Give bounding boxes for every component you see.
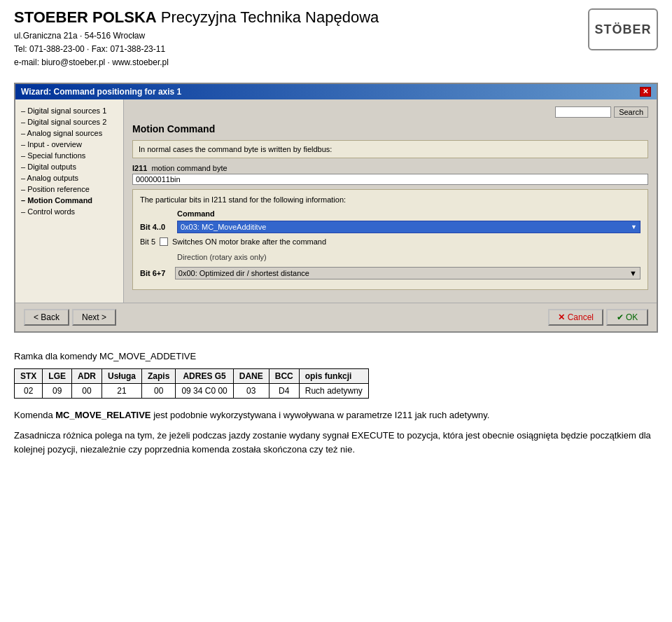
sidebar-item-digital1[interactable]: Digital signal sources 1 (15, 105, 123, 116)
col-usluga: Usługa (102, 368, 142, 383)
bit5-label: Bit 5 (140, 237, 155, 246)
sidebar-item-position[interactable]: Position reference (15, 184, 123, 195)
cancel-icon: ✕ (558, 312, 565, 322)
cell-adresg5: 09 34 C0 00 (176, 383, 233, 398)
col-lge: LGE (43, 368, 72, 383)
mc-move-relative-bold: MC_MOVE_RELATIVE (55, 410, 150, 420)
wizard-window: Wizard: Command positioning for axis 1 ✕… (14, 83, 658, 333)
bits-info-text: The particular bits in I211 stand for th… (140, 195, 640, 204)
sidebar-item-analog-out[interactable]: Analog outputs (15, 172, 123, 184)
wizard-footer: < Back Next > ✕ Cancel ✔ OK (15, 303, 657, 331)
paragraph2: Zasadnicza różnica polega na tym, że jeż… (14, 429, 658, 456)
bit40-row: Bit 4..0 0x03: MC_MoveAddititve ▼ (140, 221, 640, 233)
info-box: In normal cases the command byte is writ… (132, 140, 648, 158)
wizard-title: Wizard: Command positioning for axis 1 (21, 87, 181, 97)
bits-header-row: Command (140, 209, 640, 218)
direction-label: Direction (rotary axis only) (177, 253, 267, 261)
next-button[interactable]: Next > (72, 309, 116, 326)
frame-label: Ramka dla komendy MC_MOVE_ADDETIVE (14, 351, 658, 361)
ok-label: OK (626, 312, 638, 322)
col-zapis: Zapis (142, 368, 176, 383)
search-button[interactable]: Search (614, 106, 648, 118)
footer-left-buttons: < Back Next > (24, 309, 116, 326)
ok-button[interactable]: ✔ OK (606, 309, 648, 326)
ok-icon: ✔ (617, 312, 624, 322)
cell-opis: Ruch adetywny (299, 383, 368, 398)
wizard-main-panel: Search Motion Command In normal cases th… (124, 99, 657, 303)
cancel-button[interactable]: ✕ Cancel (548, 309, 603, 326)
sidebar-item-control[interactable]: Control words (15, 206, 123, 217)
sidebar-item-analog-src[interactable]: Analog signal sources (15, 127, 123, 139)
bit5-row: Bit 5 Switches ON motor brake after the … (140, 237, 640, 246)
sidebar-item-digital-out[interactable]: Digital outputs (15, 161, 123, 172)
col-bcc: BCC (269, 368, 299, 383)
email: e-mail: biuro@stoeber.pl · www.stoeber.p… (14, 56, 379, 69)
data-table: STX LGE ADR Usługa Zapis ADRES G5 DANE B… (14, 368, 369, 399)
info-text: In normal cases the command byte is writ… (139, 145, 642, 153)
cell-stx: 02 (15, 383, 43, 398)
param-value-box[interactable]: 00000011bin (132, 174, 648, 185)
wizard-sidebar: Digital signal sources 1 Digital signal … (15, 99, 124, 303)
bit5-text: Switches ON motor brake after the comman… (172, 237, 326, 246)
close-button[interactable]: ✕ (640, 87, 651, 97)
param-code: I211 (132, 164, 147, 172)
sidebar-item-input[interactable]: Input - overview (15, 139, 123, 150)
bit40-label: Bit 4..0 (140, 223, 172, 231)
paragraph1-prefix: Komenda (14, 410, 55, 420)
back-button[interactable]: < Back (24, 309, 69, 326)
cancel-label: Cancel (568, 312, 594, 322)
chevron-down-icon: ▼ (631, 223, 637, 230)
cell-adr: 00 (72, 383, 102, 398)
sidebar-item-digital2[interactable]: Digital signal sources 2 (15, 116, 123, 127)
logo: STÖBER (588, 8, 658, 50)
bit40-value: 0x03: MC_MoveAddititve (181, 223, 266, 231)
title-normal: Precyzyjna Technika Napędowa (157, 8, 379, 26)
col-opis: opis funkcji (299, 368, 368, 383)
wizard-body: Digital signal sources 1 Digital signal … (15, 99, 657, 303)
contact-info: ul.Graniczna 21a · 54-516 Wrocław Tel: 0… (14, 29, 379, 70)
phone: Tel: 071-388-23-00 · Fax: 071-388-23-11 (14, 43, 379, 56)
paragraph1: Komenda MC_MOVE_RELATIVE jest podobnie w… (14, 408, 658, 422)
cell-lge: 09 (43, 383, 72, 398)
col-stx: STX (15, 368, 43, 383)
search-row: Search (132, 106, 648, 118)
col-adr: ADR (72, 368, 102, 383)
param-row: I211 motion command byte (132, 164, 648, 172)
bit5-checkbox[interactable] (160, 237, 168, 246)
bit67-label: Bit 6+7 (140, 269, 169, 277)
bits-info-box: The particular bits in I211 stand for th… (132, 189, 648, 290)
content-area: Ramka dla komendy MC_MOVE_ADDETIVE STX L… (0, 344, 672, 471)
paragraph1-suffix: jest podobnie wykorzystywana i wywoływan… (151, 410, 490, 420)
footer-right-buttons: ✕ Cancel ✔ OK (548, 309, 648, 326)
cell-bcc: D4 (269, 383, 299, 398)
col-dane: DANE (233, 368, 269, 383)
page-title: STOEBER POLSKA Precyzyjna Technika Napęd… (14, 8, 379, 27)
bit67-select[interactable]: 0x00: Optimized dir / shortest distance … (175, 267, 640, 279)
chevron-down-icon2: ▼ (629, 269, 637, 277)
cmd-header: Command (177, 209, 215, 218)
section-title: Motion Command (132, 123, 648, 134)
col-adresg5: ADRES G5 (176, 368, 233, 383)
page-header: STOEBER POLSKA Precyzyjna Technika Napęd… (0, 0, 672, 76)
logo-text: STÖBER (594, 22, 651, 37)
bit40-select[interactable]: 0x03: MC_MoveAddititve ▼ (177, 221, 640, 233)
cell-dane: 03 (233, 383, 269, 398)
sidebar-item-special[interactable]: Special functions (15, 150, 123, 161)
title-bold: STOEBER POLSKA (14, 8, 157, 26)
sidebar-item-motion[interactable]: Motion Command (15, 195, 123, 206)
bit67-row: Bit 6+7 0x00: Optimized dir / shortest d… (140, 267, 640, 279)
direction-row: Direction (rotary axis only) (140, 250, 640, 264)
wizard-titlebar: Wizard: Command positioning for axis 1 ✕ (15, 84, 657, 99)
param-value: 00000011bin (136, 175, 181, 184)
cell-zapis: 00 (142, 383, 176, 398)
cell-usluga: 21 (102, 383, 142, 398)
bit67-value: 0x00: Optimized dir / shortest distance (178, 269, 309, 277)
param-desc: motion command byte (151, 164, 227, 172)
header-left: STOEBER POLSKA Precyzyjna Technika Napęd… (14, 8, 379, 70)
address: ul.Graniczna 21a · 54-516 Wrocław (14, 29, 379, 43)
search-input[interactable] (555, 106, 611, 118)
table-row: 02 09 00 21 00 09 34 C0 00 03 D4 Ruch ad… (15, 383, 369, 398)
